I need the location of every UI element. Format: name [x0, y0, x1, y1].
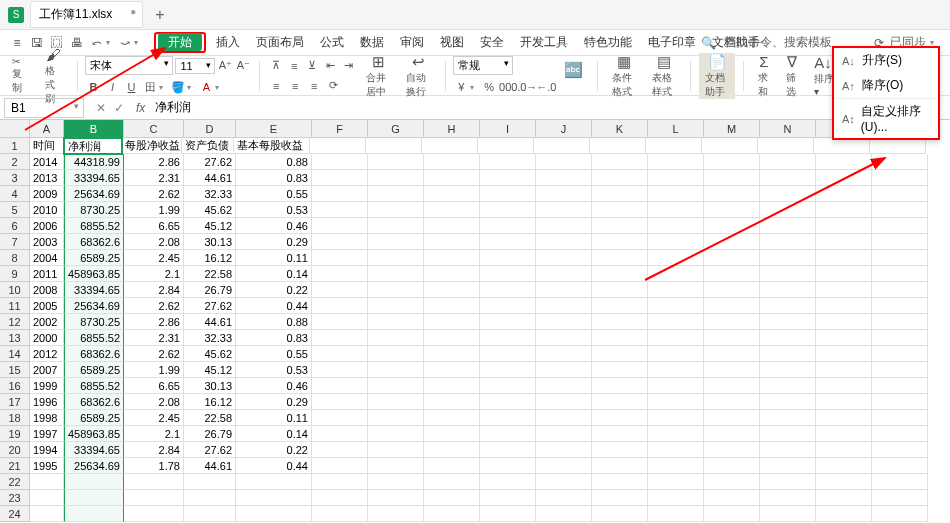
cell[interactable] — [236, 506, 312, 522]
cell[interactable] — [424, 330, 480, 346]
cell[interactable] — [536, 426, 592, 442]
col-header-M[interactable]: M — [704, 120, 760, 138]
cell[interactable] — [536, 490, 592, 506]
cell[interactable] — [312, 186, 368, 202]
redo-icon[interactable]: ⤻ — [116, 34, 134, 52]
cancel-icon[interactable]: ✕ — [96, 101, 106, 115]
cell[interactable] — [536, 298, 592, 314]
cell[interactable] — [424, 250, 480, 266]
cell[interactable] — [816, 490, 872, 506]
cell[interactable]: 1.99 — [124, 362, 184, 378]
row-header-7[interactable]: 7 — [0, 234, 30, 250]
cell[interactable] — [312, 202, 368, 218]
cell[interactable]: 6589.25 — [64, 362, 124, 378]
row-header-17[interactable]: 17 — [0, 394, 30, 410]
bold-icon[interactable]: B — [85, 79, 101, 95]
cell[interactable] — [816, 426, 872, 442]
cell[interactable] — [816, 202, 872, 218]
menu-5[interactable]: 视图 — [432, 33, 472, 51]
increase-font-icon[interactable]: A⁺ — [217, 58, 233, 74]
cell[interactable]: 2.84 — [124, 282, 184, 298]
cell[interactable] — [816, 154, 872, 170]
cell[interactable]: 33394.65 — [64, 442, 124, 458]
cell[interactable] — [368, 330, 424, 346]
cell[interactable] — [704, 234, 760, 250]
cell[interactable] — [424, 202, 480, 218]
cell[interactable] — [816, 234, 872, 250]
cell[interactable] — [368, 410, 424, 426]
cell[interactable] — [536, 506, 592, 522]
cell[interactable] — [312, 378, 368, 394]
align-bot-icon[interactable]: ⊻ — [304, 58, 320, 74]
cell[interactable] — [312, 394, 368, 410]
cell[interactable] — [368, 394, 424, 410]
cell[interactable]: 0.14 — [236, 426, 312, 442]
cell[interactable] — [368, 458, 424, 474]
col-header-K[interactable]: K — [592, 120, 648, 138]
cell[interactable] — [648, 202, 704, 218]
cell[interactable] — [480, 202, 536, 218]
formula-input[interactable]: 净利润 — [149, 97, 950, 118]
cell[interactable]: 44318.99 — [64, 154, 124, 170]
cell[interactable] — [312, 154, 368, 170]
cell[interactable] — [760, 410, 816, 426]
cell[interactable] — [368, 378, 424, 394]
cell[interactable] — [312, 298, 368, 314]
cell[interactable]: 2.1 — [124, 266, 184, 282]
cell[interactable] — [534, 138, 590, 154]
cell[interactable]: 2006 — [30, 218, 64, 234]
cell[interactable] — [648, 378, 704, 394]
font-name-select[interactable]: 宋体▾ — [85, 56, 173, 75]
cell[interactable] — [368, 170, 424, 186]
cell[interactable] — [64, 490, 124, 506]
col-header-F[interactable]: F — [312, 120, 368, 138]
cell[interactable]: 2.31 — [124, 170, 184, 186]
cell[interactable] — [760, 458, 816, 474]
cell[interactable] — [648, 298, 704, 314]
cell[interactable] — [648, 474, 704, 490]
row-header-21[interactable]: 21 — [0, 458, 30, 474]
row-header-2[interactable]: 2 — [0, 154, 30, 170]
cell[interactable]: 2.45 — [124, 250, 184, 266]
cell[interactable]: 1.78 — [124, 458, 184, 474]
cell[interactable] — [592, 410, 648, 426]
col-header-N[interactable]: N — [760, 120, 816, 138]
cell[interactable] — [592, 474, 648, 490]
font-color-icon[interactable]: A — [198, 79, 214, 95]
cell[interactable]: 0.88 — [236, 154, 312, 170]
cell[interactable] — [816, 298, 872, 314]
cell[interactable] — [592, 490, 648, 506]
cell[interactable]: 44.61 — [184, 314, 236, 330]
cell[interactable] — [872, 186, 928, 202]
cell[interactable] — [872, 314, 928, 330]
cell[interactable] — [872, 426, 928, 442]
cell[interactable]: 2.08 — [124, 394, 184, 410]
cell[interactable] — [424, 234, 480, 250]
cell[interactable] — [760, 186, 816, 202]
cell[interactable]: 1999 — [30, 378, 64, 394]
cell[interactable] — [424, 186, 480, 202]
cell[interactable]: 2000 — [30, 330, 64, 346]
cell[interactable]: 16.12 — [184, 394, 236, 410]
cell[interactable] — [480, 250, 536, 266]
cell[interactable] — [592, 298, 648, 314]
cell[interactable] — [872, 474, 928, 490]
sum[interactable]: Σ 求和 — [752, 53, 776, 99]
row-header-9[interactable]: 9 — [0, 266, 30, 282]
cell[interactable] — [760, 154, 816, 170]
cell[interactable] — [592, 234, 648, 250]
cell[interactable] — [64, 506, 124, 522]
cell[interactable] — [592, 170, 648, 186]
cell[interactable] — [368, 282, 424, 298]
cell[interactable]: 1996 — [30, 394, 64, 410]
cell[interactable]: 2009 — [30, 186, 64, 202]
sort-desc[interactable]: A↑ 降序(O) — [834, 73, 938, 98]
cell[interactable] — [480, 234, 536, 250]
cell[interactable]: 1994 — [30, 442, 64, 458]
cell[interactable] — [816, 378, 872, 394]
cell[interactable] — [648, 154, 704, 170]
cell[interactable] — [536, 330, 592, 346]
sort-asc[interactable]: A↓ 升序(S) — [834, 48, 938, 73]
cell[interactable] — [368, 490, 424, 506]
cell[interactable] — [312, 362, 368, 378]
